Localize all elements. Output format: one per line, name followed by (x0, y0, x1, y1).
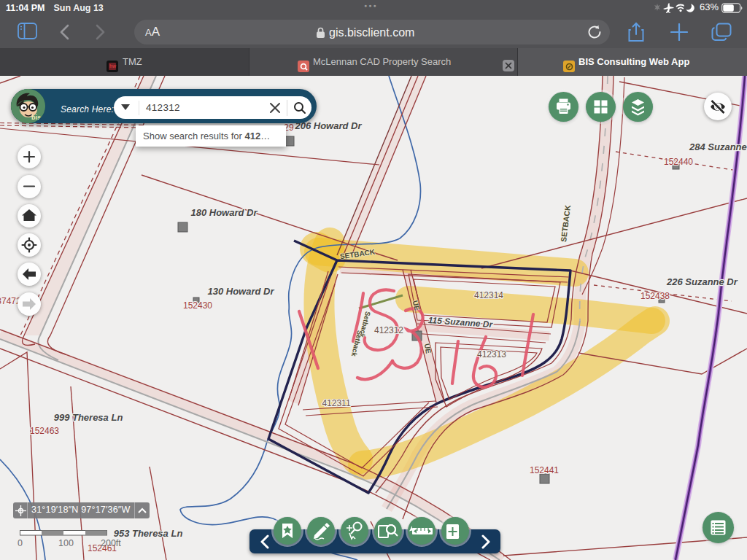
svg-text:284 Suzanne D: 284 Suzanne D (689, 141, 747, 152)
svg-text:152430: 152430 (183, 300, 212, 311)
svg-text:180 Howard Dr: 180 Howard Dr (190, 207, 258, 218)
svg-text:152440: 152440 (664, 157, 693, 167)
svg-text:152463: 152463 (30, 426, 59, 436)
svg-text:152441: 152441 (530, 465, 559, 475)
svg-text:412314: 412314 (474, 290, 503, 300)
svg-text:953 Theresa Ln: 953 Theresa Ln (114, 528, 183, 539)
svg-text:412311: 412311 (322, 398, 350, 408)
svg-text:412313: 412313 (477, 349, 506, 359)
svg-text:999 Theresa Ln: 999 Theresa Ln (54, 412, 123, 423)
svg-text:412312: 412312 (374, 325, 403, 335)
svg-text:130 Howard Dr: 130 Howard Dr (207, 286, 274, 297)
svg-text:226 Suzanne Dr: 226 Suzanne Dr (666, 276, 738, 287)
svg-text:152438: 152438 (640, 291, 670, 301)
